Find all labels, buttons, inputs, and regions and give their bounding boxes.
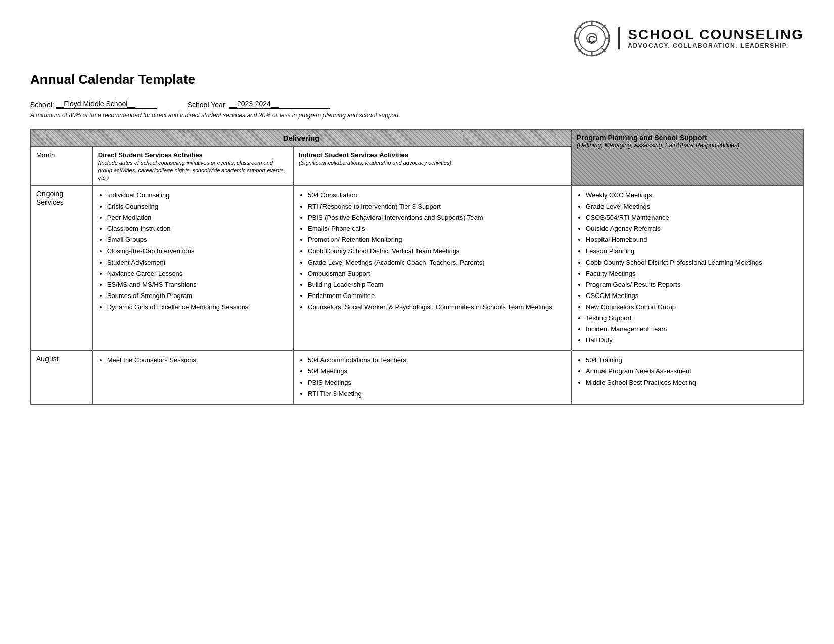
- list-item: Classroom Instruction: [107, 223, 288, 234]
- list-item: Grade Level Meetings (Academic Coach, Te…: [308, 257, 566, 268]
- direct-header-sub: (Include dates of school counseling init…: [98, 160, 285, 181]
- school-value: __Floyd Middle School__: [56, 100, 157, 109]
- list-item: Testing Support: [586, 313, 798, 324]
- program-header-main: Program Planning and School Support: [577, 134, 798, 142]
- list-item: 504 Meetings: [308, 366, 566, 377]
- direct-services-header: Direct Student Services Activities (Incl…: [92, 147, 293, 186]
- list-item: Weekly CCC Meetings: [586, 190, 798, 201]
- month-cell: OngoingServices: [31, 186, 92, 351]
- logo-title: SCHOOL COUNSELING: [628, 27, 804, 43]
- direct-header-main: Direct Student Services Activities: [98, 151, 203, 159]
- logo-text: SCHOOL COUNSELING ADVOCACY. COLLABORATIO…: [618, 27, 804, 50]
- program-planning-cell: Weekly CCC MeetingsGrade Level MeetingsC…: [572, 186, 803, 351]
- logo-block: C SCHOOL COUNSELING ADVOCACY. COLLABORAT…: [574, 20, 804, 57]
- list-item: Promotion/ Retention Monitoring: [308, 234, 566, 245]
- logo-subtitle: ADVOCACY. COLLABORATION. LEADERSHIP.: [628, 42, 804, 49]
- list-item: Cobb County School District Vertical Tea…: [308, 245, 566, 257]
- indirect-services-header: Indirect Student Services Activities (Si…: [294, 147, 572, 186]
- table-row: AugustMeet the Counselors Sessions504 Ac…: [31, 351, 803, 404]
- list-item: CSCCM Meetings: [586, 290, 798, 302]
- direct-services-cell: Individual CounselingCrisis CounselingPe…: [92, 186, 293, 351]
- school-info: School: __Floyd Middle School__ School Y…: [30, 100, 804, 109]
- list-item: Peer Mediation: [107, 212, 288, 223]
- school-label: School:: [30, 101, 54, 109]
- delivering-header-row: Delivering Program Planning and School S…: [31, 129, 803, 147]
- list-item: Counselors, Social Worker, & Psychologis…: [308, 302, 566, 313]
- list-item: Lesson Planning: [586, 245, 798, 257]
- list-item: Meet the Counselors Sessions: [107, 355, 288, 366]
- list-item: RTI Tier 3 Meeting: [308, 388, 566, 400]
- program-planning-cell: 504 TrainingAnnual Program Needs Assessm…: [572, 351, 803, 404]
- list-item: Crisis Counseling: [107, 201, 288, 212]
- list-item: Individual Counseling: [107, 190, 288, 201]
- list-item: Small Groups: [107, 234, 288, 245]
- program-header-sub: (Defining, Managing, Assessing, Fair-Sha…: [577, 142, 798, 149]
- list-item: Annual Program Needs Assessment: [586, 366, 798, 377]
- subtitle-note: A minimum of 80% of time recommended for…: [30, 112, 804, 119]
- list-item: Hall Duty: [586, 335, 798, 346]
- month-cell: August: [31, 351, 92, 404]
- list-item: ES/MS and MS/HS Transitions: [107, 279, 288, 290]
- list-item: Closing-the-Gap Interventions: [107, 245, 288, 257]
- list-item: Ombudsman Support: [308, 268, 566, 279]
- direct-services-cell: Meet the Counselors Sessions: [92, 351, 293, 404]
- list-item: Enrichment Committee: [308, 290, 566, 302]
- list-item: Cobb County School District Professional…: [586, 257, 798, 268]
- svg-text:C: C: [588, 34, 595, 45]
- list-item: Incident Management Team: [586, 324, 798, 335]
- table-row: OngoingServicesIndividual CounselingCris…: [31, 186, 803, 351]
- list-item: Emails/ Phone calls: [308, 223, 566, 234]
- indirect-services-cell: 504 Accommodations to Teachers504 Meetin…: [294, 351, 572, 404]
- list-item: New Counselors Cohort Group: [586, 302, 798, 313]
- list-item: Faculty Meetings: [586, 268, 798, 279]
- list-item: Grade Level Meetings: [586, 201, 798, 212]
- list-item: 504 Accommodations to Teachers: [308, 355, 566, 366]
- list-item: Naviance Career Lessons: [107, 268, 288, 279]
- school-counseling-logo: C: [574, 20, 610, 57]
- list-item: Sources of Strength Program: [107, 290, 288, 302]
- list-item: Program Goals/ Results Reports: [586, 279, 798, 290]
- list-item: Dynamic Girls of Excellence Mentoring Se…: [107, 302, 288, 313]
- indirect-header-sub: (Significant collaborations, leadership …: [299, 160, 451, 166]
- list-item: Student Advisement: [107, 257, 288, 268]
- school-year-label: School Year:: [188, 101, 227, 109]
- page-header: C SCHOOL COUNSELING ADVOCACY. COLLABORAT…: [30, 20, 804, 57]
- school-field: School: __Floyd Middle School__: [30, 100, 157, 109]
- school-year-value: __2023-2024__: [229, 100, 330, 109]
- annual-calendar-table: Delivering Program Planning and School S…: [30, 129, 804, 405]
- list-item: Middle School Best Practices Meeting: [586, 377, 798, 388]
- indirect-services-cell: 504 ConsultationRTI (Response to Interve…: [294, 186, 572, 351]
- list-item: 504 Consultation: [308, 190, 566, 201]
- delivering-header: Delivering: [31, 129, 572, 147]
- month-header: Month: [31, 147, 92, 186]
- list-item: CSOS/504/RTI Maintenance: [586, 212, 798, 223]
- indirect-header-main: Indirect Student Services Activities: [299, 151, 408, 159]
- school-year-field: School Year: __2023-2024__: [188, 100, 331, 109]
- list-item: RTI (Response to Intervention) Tier 3 Su…: [308, 201, 566, 212]
- list-item: Hospital Homebound: [586, 234, 798, 245]
- list-item: Outside Agency Referrals: [586, 223, 798, 234]
- page-title: Annual Calendar Template: [30, 72, 804, 87]
- list-item: PBIS Meetings: [308, 377, 566, 388]
- list-item: Building Leadership Team: [308, 279, 566, 290]
- list-item: PBIS (Positive Behavioral Interventions …: [308, 212, 566, 223]
- program-planning-header: Program Planning and School Support (Def…: [572, 129, 803, 186]
- list-item: 504 Training: [586, 355, 798, 366]
